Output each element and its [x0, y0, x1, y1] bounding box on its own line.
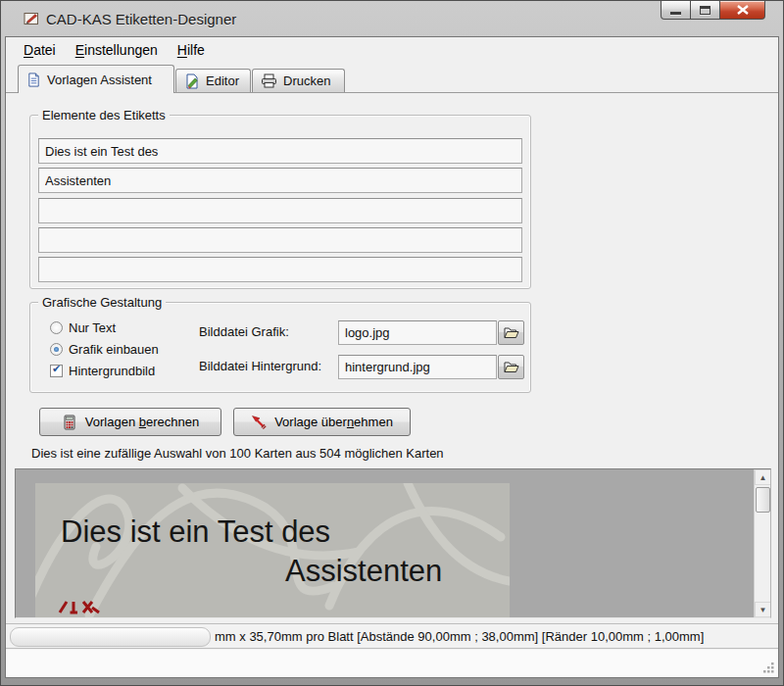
- bilddatei-grafik-input[interactable]: [338, 320, 497, 345]
- minimize-icon: [670, 12, 681, 15]
- radio-label: Grafik einbauen: [69, 342, 159, 357]
- red-logo-marks: [57, 600, 100, 614]
- preview-text-line1: Dies ist ein Test des: [61, 514, 330, 550]
- radio-icon-checked: [50, 343, 63, 356]
- vorlage-uebernehmen-button[interactable]: Vorlage übernehmen: [233, 408, 411, 436]
- maximize-button[interactable]: [691, 1, 719, 20]
- label-preview-area: Dies ist ein Test des Assistenten ▲ ▼: [15, 468, 771, 618]
- window-title: CAD-KAS Etiketten-Designer: [46, 11, 236, 27]
- tab-label: Vorlagen Assistent: [47, 73, 152, 87]
- app-icon: [23, 10, 40, 27]
- button-label: Vorlagen berechnen: [85, 415, 199, 429]
- bilddatei-grafik-label: Bilddatei Grafik:: [199, 324, 289, 339]
- checkbox-label: Hintergrundbild: [69, 364, 155, 378]
- menubar: Datei Einstellungen Hilfe: [6, 37, 778, 63]
- edit-document-icon: [184, 74, 200, 89]
- minimize-button[interactable]: [661, 1, 691, 20]
- tab-label: Drucken: [283, 74, 330, 88]
- etikett-zeile-4-input[interactable]: [38, 227, 522, 253]
- preview-text-line2: Assistenten: [285, 554, 442, 589]
- radio-grafik-einbauen[interactable]: Grafik einbauen: [50, 342, 159, 357]
- close-button[interactable]: [719, 1, 765, 20]
- background-swirls-image: [35, 483, 510, 617]
- etikett-zeile-5-input[interactable]: [38, 257, 522, 282]
- group-title: Elemente des Etiketts: [38, 108, 170, 122]
- vorlagen-berechnen-button[interactable]: Vorlagen berechnen: [39, 408, 221, 436]
- bilddatei-hintergrund-input[interactable]: [338, 355, 497, 379]
- etikett-zeile-3-input[interactable]: [38, 198, 522, 223]
- etikett-zeile-2-input[interactable]: [38, 168, 522, 193]
- document-icon: [26, 73, 41, 87]
- radio-icon: [50, 321, 63, 334]
- arrow-down-icon: ▼: [760, 606, 767, 614]
- group-title: Grafische Gestaltung: [38, 295, 166, 310]
- bilddatei-hintergrund-label: Bilddatei Hintergrund:: [199, 359, 321, 373]
- maximize-icon: [700, 6, 710, 15]
- calculator-icon: [62, 415, 77, 430]
- etikett-zeile-1-input[interactable]: [38, 138, 522, 164]
- tab-drucken[interactable]: Drucken: [252, 69, 345, 92]
- open-folder-icon: [504, 361, 519, 373]
- statusbar-lower-strip: [6, 650, 778, 677]
- group-elemente-des-etiketts: Elemente des Etiketts: [29, 115, 531, 289]
- menu-datei[interactable]: Datei: [14, 39, 66, 61]
- statusbar-text: mm x 35,70mm pro Blatt [Abstände 90,00mm…: [215, 629, 704, 644]
- tab-editor[interactable]: Editor: [175, 69, 251, 92]
- checkbox-icon-checked: [50, 365, 63, 377]
- tab-label: Editor: [206, 74, 239, 88]
- radio-label: Nur Text: [69, 320, 116, 335]
- label-preview-image: Dies ist ein Test des Assistenten: [35, 483, 510, 617]
- checkbox-hintergrundbild[interactable]: Hintergrundbild: [50, 364, 155, 378]
- statusbar: mm x 35,70mm pro Blatt [Abstände 90,00mm…: [6, 623, 778, 649]
- browse-grafik-button[interactable]: [498, 320, 524, 345]
- menu-einstellungen[interactable]: Einstellungen: [66, 39, 168, 61]
- resize-grip[interactable]: [762, 662, 775, 674]
- app-window: CAD-KAS Etiketten-Designer Datei Einstel…: [0, 0, 784, 686]
- window-controls: [661, 1, 765, 20]
- tabstrip: Vorlagen Assistent Editor Drucken: [6, 63, 778, 93]
- close-icon: [737, 5, 749, 15]
- progress-bar: [10, 627, 211, 647]
- browse-hintergrund-button[interactable]: [498, 355, 524, 379]
- arrow-up-icon: ▲: [760, 473, 767, 482]
- titlebar: CAD-KAS Etiketten-Designer: [5, 1, 779, 36]
- red-dart-icon: [251, 415, 267, 430]
- printer-icon: [261, 74, 277, 88]
- menu-hilfe[interactable]: Hilfe: [168, 39, 215, 61]
- scroll-up-button[interactable]: ▲: [755, 469, 771, 485]
- group-grafische-gestaltung: Grafische Gestaltung Nur Text Grafik ein…: [29, 302, 531, 393]
- preview-scrollbar[interactable]: ▲ ▼: [754, 469, 770, 617]
- auswahl-info-text: Dies ist eine zufällige Auswahl von 100 …: [31, 446, 444, 461]
- tab-vorlagen-assistent[interactable]: Vorlagen Assistent: [18, 65, 174, 93]
- client-area: Datei Einstellungen Hilfe Vorlagen Assis…: [5, 36, 779, 678]
- scroll-down-button[interactable]: ▼: [755, 602, 771, 617]
- scrollbar-thumb[interactable]: [756, 487, 770, 513]
- open-folder-icon: [504, 326, 519, 339]
- button-label: Vorlage übernehmen: [274, 415, 393, 429]
- radio-nur-text[interactable]: Nur Text: [50, 320, 116, 335]
